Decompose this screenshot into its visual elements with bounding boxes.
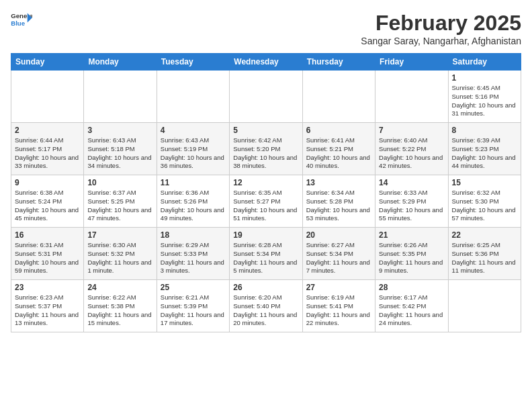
day-info: Sunrise: 6:42 AM Sunset: 5:20 PM Dayligh… [233,136,298,171]
calendar-cell: 16Sunrise: 6:31 AM Sunset: 5:31 PM Dayli… [11,228,84,280]
day-number: 15 [452,178,517,187]
day-number: 24 [87,283,152,292]
day-number: 5 [233,126,298,135]
day-info: Sunrise: 6:19 AM Sunset: 5:41 PM Dayligh… [306,293,371,328]
week-row-0: 1Sunrise: 6:45 AM Sunset: 5:16 PM Daylig… [11,71,521,123]
day-info: Sunrise: 6:34 AM Sunset: 5:28 PM Dayligh… [306,189,371,223]
col-friday: Friday [375,54,448,71]
day-number: 1 [452,73,517,83]
calendar-cell: 2Sunrise: 6:44 AM Sunset: 5:17 PM Daylig… [11,123,84,175]
day-info: Sunrise: 6:40 AM Sunset: 5:22 PM Dayligh… [379,136,444,171]
day-info: Sunrise: 6:44 AM Sunset: 5:17 PM Dayligh… [15,136,80,171]
calendar-cell [448,280,521,332]
logo-icon: General Blue [11,11,32,30]
day-info: Sunrise: 6:39 AM Sunset: 5:23 PM Dayligh… [452,136,517,171]
calendar-cell: 14Sunrise: 6:33 AM Sunset: 5:29 PM Dayli… [375,175,448,228]
month-year: February 2025 [361,11,521,36]
calendar-cell: 15Sunrise: 6:32 AM Sunset: 5:30 PM Dayli… [448,175,521,228]
day-info: Sunrise: 6:17 AM Sunset: 5:42 PM Dayligh… [379,293,444,328]
day-info: Sunrise: 6:28 AM Sunset: 5:34 PM Dayligh… [233,241,298,275]
day-info: Sunrise: 6:43 AM Sunset: 5:18 PM Dayligh… [87,136,152,171]
week-row-3: 16Sunrise: 6:31 AM Sunset: 5:31 PM Dayli… [11,228,521,280]
calendar-cell: 19Sunrise: 6:28 AM Sunset: 5:34 PM Dayli… [230,228,302,280]
day-info: Sunrise: 6:38 AM Sunset: 5:24 PM Dayligh… [15,189,80,223]
calendar-cell: 20Sunrise: 6:27 AM Sunset: 5:34 PM Dayli… [302,228,375,280]
day-number: 9 [15,178,80,187]
day-number: 3 [87,126,152,135]
day-number: 7 [379,126,444,135]
day-info: Sunrise: 6:26 AM Sunset: 5:35 PM Dayligh… [379,241,444,275]
calendar-cell: 22Sunrise: 6:25 AM Sunset: 5:36 PM Dayli… [448,228,521,280]
day-info: Sunrise: 6:36 AM Sunset: 5:26 PM Dayligh… [161,189,226,223]
calendar-cell: 7Sunrise: 6:40 AM Sunset: 5:22 PM Daylig… [375,123,448,175]
day-number: 11 [161,178,226,187]
calendar-cell: 18Sunrise: 6:29 AM Sunset: 5:33 PM Dayli… [157,228,229,280]
calendar-cell: 24Sunrise: 6:22 AM Sunset: 5:38 PM Dayli… [84,280,157,332]
location: Sangar Saray, Nangarhar, Afghanistan [361,36,521,46]
day-number: 16 [15,230,80,240]
day-number: 13 [306,178,371,187]
day-number: 12 [233,178,298,187]
day-info: Sunrise: 6:23 AM Sunset: 5:37 PM Dayligh… [15,293,80,328]
week-row-1: 2Sunrise: 6:44 AM Sunset: 5:17 PM Daylig… [11,123,521,175]
col-monday: Monday [84,54,157,71]
day-number: 28 [379,283,444,292]
week-row-2: 9Sunrise: 6:38 AM Sunset: 5:24 PM Daylig… [11,175,521,228]
day-number: 4 [161,126,226,135]
calendar-cell [157,71,229,123]
calendar-cell: 5Sunrise: 6:42 AM Sunset: 5:20 PM Daylig… [230,123,302,175]
col-sunday: Sunday [11,54,84,71]
day-number: 10 [87,178,152,187]
day-number: 21 [379,230,444,240]
day-info: Sunrise: 6:33 AM Sunset: 5:29 PM Dayligh… [379,189,444,223]
calendar-cell: 23Sunrise: 6:23 AM Sunset: 5:37 PM Dayli… [11,280,84,332]
day-number: 22 [452,230,517,240]
day-number: 14 [379,178,444,187]
day-info: Sunrise: 6:29 AM Sunset: 5:33 PM Dayligh… [161,241,226,275]
day-number: 2 [15,126,80,135]
calendar-cell: 6Sunrise: 6:41 AM Sunset: 5:21 PM Daylig… [302,123,375,175]
col-thursday: Thursday [302,54,375,71]
col-saturday: Saturday [448,54,521,71]
day-info: Sunrise: 6:30 AM Sunset: 5:32 PM Dayligh… [87,241,152,275]
calendar-cell [302,71,375,123]
day-info: Sunrise: 6:22 AM Sunset: 5:38 PM Dayligh… [87,293,152,328]
calendar-cell [375,71,448,123]
calendar-cell: 4Sunrise: 6:43 AM Sunset: 5:19 PM Daylig… [157,123,229,175]
logo: General Blue [11,11,32,30]
calendar-cell: 11Sunrise: 6:36 AM Sunset: 5:26 PM Dayli… [157,175,229,228]
day-info: Sunrise: 6:25 AM Sunset: 5:36 PM Dayligh… [452,241,517,275]
day-number: 25 [161,283,226,292]
day-info: Sunrise: 6:20 AM Sunset: 5:40 PM Dayligh… [233,293,298,328]
calendar-cell: 8Sunrise: 6:39 AM Sunset: 5:23 PM Daylig… [448,123,521,175]
calendar-cell: 12Sunrise: 6:35 AM Sunset: 5:27 PM Dayli… [230,175,302,228]
calendar-cell: 9Sunrise: 6:38 AM Sunset: 5:24 PM Daylig… [11,175,84,228]
calendar-cell: 28Sunrise: 6:17 AM Sunset: 5:42 PM Dayli… [375,280,448,332]
day-info: Sunrise: 6:37 AM Sunset: 5:25 PM Dayligh… [87,189,152,223]
day-number: 20 [306,230,371,240]
day-info: Sunrise: 6:27 AM Sunset: 5:34 PM Dayligh… [306,241,371,275]
calendar-cell: 21Sunrise: 6:26 AM Sunset: 5:35 PM Dayli… [375,228,448,280]
calendar-cell: 1Sunrise: 6:45 AM Sunset: 5:16 PM Daylig… [448,71,521,123]
calendar-cell: 25Sunrise: 6:21 AM Sunset: 5:39 PM Dayli… [157,280,229,332]
day-info: Sunrise: 6:21 AM Sunset: 5:39 PM Dayligh… [161,293,226,328]
page-header: General Blue February 2025 Sangar Saray,… [11,11,521,46]
day-number: 8 [452,126,517,135]
day-info: Sunrise: 6:32 AM Sunset: 5:30 PM Dayligh… [452,189,517,223]
calendar-cell: 13Sunrise: 6:34 AM Sunset: 5:28 PM Dayli… [302,175,375,228]
svg-text:Blue: Blue [11,19,25,27]
title-block: February 2025 Sangar Saray, Nangarhar, A… [361,11,521,46]
col-wednesday: Wednesday [230,54,302,71]
calendar-cell: 3Sunrise: 6:43 AM Sunset: 5:18 PM Daylig… [84,123,157,175]
col-tuesday: Tuesday [157,54,229,71]
day-info: Sunrise: 6:43 AM Sunset: 5:19 PM Dayligh… [161,136,226,171]
calendar-cell [230,71,302,123]
day-number: 17 [87,230,152,240]
day-number: 6 [306,126,371,135]
calendar-cell: 17Sunrise: 6:30 AM Sunset: 5:32 PM Dayli… [84,228,157,280]
calendar-cell [84,71,157,123]
calendar-table: Sunday Monday Tuesday Wednesday Thursday… [11,53,521,332]
day-info: Sunrise: 6:41 AM Sunset: 5:21 PM Dayligh… [306,136,371,171]
week-row-4: 23Sunrise: 6:23 AM Sunset: 5:37 PM Dayli… [11,280,521,332]
calendar-cell: 26Sunrise: 6:20 AM Sunset: 5:40 PM Dayli… [230,280,302,332]
